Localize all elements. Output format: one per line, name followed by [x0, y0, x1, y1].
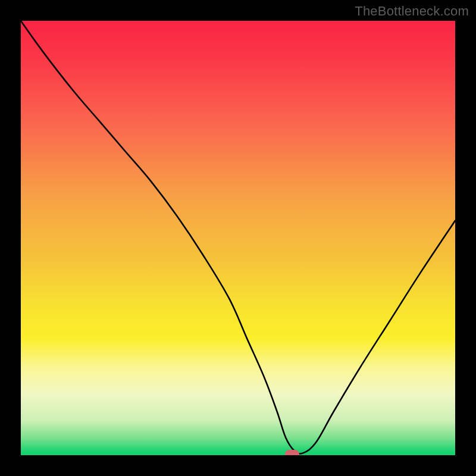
- bottleneck-curve-path: [21, 21, 455, 454]
- optimum-marker: [285, 450, 299, 455]
- plot-area: [21, 21, 455, 455]
- watermark-text: TheBottleneck.com: [355, 4, 469, 19]
- curve-svg: [21, 21, 455, 455]
- chart-container: TheBottleneck.com: [0, 0, 476, 476]
